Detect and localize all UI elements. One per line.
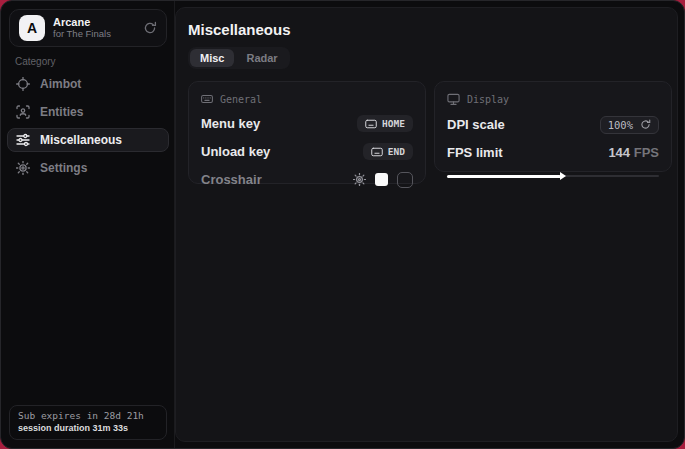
sidebar-nav: Aimbot Entities xyxy=(7,72,169,184)
fps-unit: FPS xyxy=(634,145,659,160)
category-label: Category xyxy=(15,56,56,67)
refresh-icon[interactable] xyxy=(143,21,157,35)
display-card: Display DPI scale 100% FPS limit xyxy=(434,81,672,172)
crosshair-checkbox[interactable] xyxy=(397,172,413,188)
session-duration-text: session duration 31m 33s xyxy=(18,423,158,433)
display-card-title: Display xyxy=(467,94,509,105)
sidebar-item-label: Aimbot xyxy=(40,77,81,91)
subscription-footer: Sub expires in 28d 21h session duration … xyxy=(9,405,167,440)
sidebar-item-label: Entities xyxy=(40,105,83,119)
menu-key-button[interactable]: HOME xyxy=(357,115,413,132)
sidebar-item-label: Settings xyxy=(40,161,87,175)
sidebar-item-label: Miscellaneous xyxy=(40,133,122,147)
fps-row: FPS limit 144 FPS xyxy=(447,143,659,162)
general-card-header: General xyxy=(201,93,413,105)
tab-radar[interactable]: Radar xyxy=(236,49,287,67)
fps-slider-fill xyxy=(447,175,561,178)
crosshair-row: Crosshair xyxy=(201,170,413,189)
fps-slider[interactable] xyxy=(447,175,659,177)
general-card-title: General xyxy=(220,94,262,105)
page-title: Miscellaneous xyxy=(188,21,291,38)
app-logo: A xyxy=(19,15,45,41)
display-card-header: Display xyxy=(447,93,659,106)
sidebar-item-aimbot[interactable]: Aimbot xyxy=(7,72,169,96)
sidebar: A Arcane for The Finals Category xyxy=(1,1,175,448)
scan-person-icon xyxy=(16,105,30,119)
sub-expires-text: Sub expires in 28d 21h xyxy=(18,410,158,421)
logo-text: Arcane for The Finals xyxy=(53,16,143,40)
sidebar-item-entities[interactable]: Entities xyxy=(7,100,169,124)
tab-misc[interactable]: Misc xyxy=(190,49,234,67)
monitor-icon xyxy=(447,93,460,106)
unload-key-value: END xyxy=(388,146,405,157)
dpi-value: 100% xyxy=(608,119,633,131)
fps-readout: 144 FPS xyxy=(608,145,659,160)
fps-label: FPS limit xyxy=(447,145,503,160)
crosshair-color-swatch[interactable] xyxy=(375,173,388,186)
keyboard-icon xyxy=(365,119,377,129)
reset-icon[interactable] xyxy=(640,119,651,130)
dpi-scale-control[interactable]: 100% xyxy=(600,116,659,134)
app-subtitle: for The Finals xyxy=(53,29,143,40)
menu-key-value: HOME xyxy=(382,118,405,129)
main-panel: Miscellaneous Misc Radar General Men xyxy=(175,7,678,442)
unload-key-button[interactable]: END xyxy=(363,143,413,160)
dpi-row: DPI scale 100% xyxy=(447,115,659,134)
fps-value: 144 xyxy=(608,145,630,160)
crosshair-icon xyxy=(16,77,30,91)
menu-key-row: Menu key HOME xyxy=(201,114,413,133)
logo-card: A Arcane for The Finals xyxy=(9,9,167,47)
sidebar-item-miscellaneous[interactable]: Miscellaneous xyxy=(7,128,169,152)
keyboard-icon xyxy=(201,93,213,105)
fps-slider-thumb[interactable] xyxy=(560,172,566,180)
tab-bar: Misc Radar xyxy=(188,47,290,69)
crosshair-settings-gear-icon[interactable] xyxy=(353,173,366,186)
general-card: General Menu key HOME Unload key xyxy=(188,81,426,184)
sidebar-item-settings[interactable]: Settings xyxy=(7,156,169,180)
app-window: A Arcane for The Finals Category xyxy=(0,0,685,449)
crosshair-controls xyxy=(353,172,413,188)
dpi-label: DPI scale xyxy=(447,117,505,132)
crosshair-label: Crosshair xyxy=(201,172,262,187)
menu-key-label: Menu key xyxy=(201,116,260,131)
unload-key-row: Unload key END xyxy=(201,142,413,161)
sliders-icon xyxy=(16,133,30,147)
keyboard-icon xyxy=(371,147,383,157)
app-title: Arcane xyxy=(53,16,143,29)
unload-key-label: Unload key xyxy=(201,144,270,159)
gear-icon xyxy=(16,161,30,175)
